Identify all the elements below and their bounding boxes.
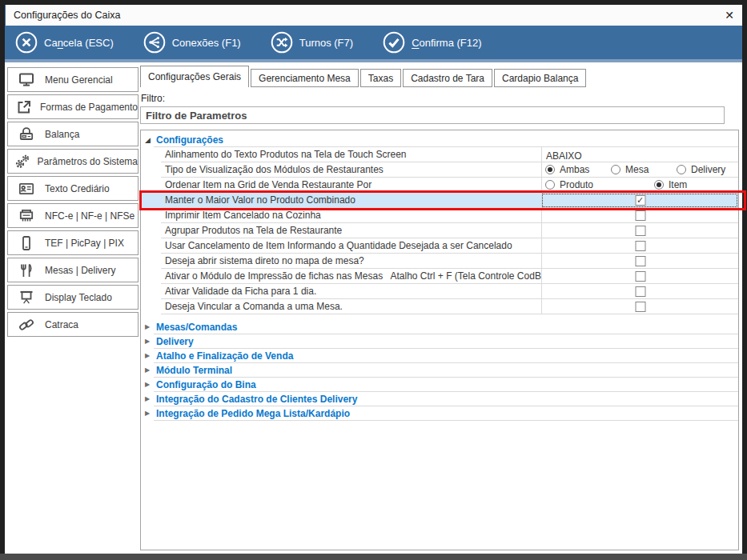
setting-label: Imprimir Item Cancelado na Cozinha	[141, 208, 541, 223]
radio-option-item[interactable]: Item	[654, 180, 687, 190]
checkbox[interactable]: ✓	[635, 256, 645, 266]
sidebar-item-label: Catraca	[45, 319, 78, 330]
sidebar-item-balanca[interactable]: Balança	[7, 122, 139, 146]
setting-label: Ativar Validade da Ficha para 1 dia.	[141, 284, 541, 299]
section-header-integracao-clientes-delivery[interactable]: ▶ Integração do Cadastro de Clientes Del…	[141, 392, 738, 406]
confirm-button[interactable]: Confirma (F12)	[382, 30, 481, 54]
connections-button[interactable]: Conexões (F1)	[143, 30, 241, 54]
sidebar-item-menu-gerencial[interactable]: Menu Gerencial	[7, 67, 139, 92]
setting-row-agrupar-produtos[interactable]: Agrupar Produtos na Tela de Restaurante …	[141, 223, 738, 238]
setting-label: Deseja Vincular a Comanda a uma Mesa.	[141, 299, 541, 314]
collapse-icon: ▶	[145, 367, 155, 374]
tab-cadastro-de-tara[interactable]: Cadastro de Tara	[403, 69, 492, 87]
setting-label: Ordenar Item na Grid de Venda Restaurant…	[141, 178, 541, 193]
sidebar-item-formas-de-pagamento[interactable]: Formas de Pagamento	[7, 94, 139, 119]
collapse-icon: ▶	[145, 338, 155, 345]
setting-row-ativar-validade-ficha[interactable]: Ativar Validade da Ficha para 1 dia. ✓	[141, 284, 738, 299]
cancel-button[interactable]: Cancela (ESC)	[14, 30, 114, 54]
setting-value-cell: ✓	[541, 238, 738, 254]
radio-label: Produto	[560, 180, 593, 190]
sidebar-item-texto-crediario[interactable]: Texto Crediário	[7, 176, 139, 201]
section-header-configuracao-bina[interactable]: ▶ Configuração do Bina	[141, 378, 738, 392]
receipt-printer-icon	[8, 206, 45, 226]
sidebar-item-parametros-do-sistema[interactable]: Parâmetros do Sistema	[7, 149, 139, 174]
checkbox[interactable]: ✓	[635, 226, 645, 236]
settings-grid: ◢ Configurações Alinhamento do Texto Pro…	[140, 130, 739, 550]
setting-label: Alinhamento do Texto Produtos na Tela de…	[141, 147, 541, 162]
radio-icon	[654, 180, 664, 190]
close-button[interactable]: ✕	[713, 9, 734, 22]
taskbar-strip	[0, 554, 747, 560]
radio-dot	[657, 182, 661, 187]
sidebar-item-display-teclado[interactable]: Display Teclado	[7, 285, 139, 310]
tab-taxas[interactable]: Taxas	[360, 69, 401, 87]
setting-row-vincular-comanda[interactable]: Deseja Vincular a Comanda a uma Mesa. ✓	[141, 299, 738, 314]
confirm-check-icon	[382, 30, 406, 54]
setting-value-cell: ✓	[541, 284, 738, 299]
cancel-icon	[14, 30, 38, 54]
section-title: Configuração do Bina	[156, 379, 256, 390]
section-header-configuracoes[interactable]: ◢ Configurações	[141, 133, 738, 147]
setting-value-cell: Ambas Mesa Delivery	[541, 162, 738, 178]
radio-option-mesa[interactable]: Mesa	[611, 165, 649, 174]
setting-row-tipo-visualizacao[interactable]: Tipo de Visualização dos Módulos de Rest…	[141, 162, 738, 178]
checkbox[interactable]: ✓	[635, 286, 645, 297]
radio-label: Item	[669, 180, 687, 190]
sidebar-item-catraca[interactable]: Catraca	[7, 312, 139, 337]
sidebar-item-tef-picpay-pix[interactable]: TEF | PicPay | PIX	[7, 230, 139, 255]
setting-row-imprimir-item-cancelado[interactable]: Imprimir Item Cancelado na Cozinha ✓	[141, 208, 738, 223]
checkbox[interactable]: ✓	[635, 302, 645, 312]
filter-input[interactable]	[140, 106, 725, 124]
setting-label: Tipo de Visualização dos Módulos de Rest…	[141, 162, 541, 178]
section-title: Atalho e Finalização de Venda	[156, 350, 293, 362]
section-header-atalho-finalizacao[interactable]: ▶ Atalho e Finalização de Venda	[141, 349, 738, 363]
toolbar: Cancela (ESC) Conexões (F1)	[5, 26, 742, 62]
sidebar-item-label: Mesas | Delivery	[45, 265, 115, 276]
tab-gerenciamento-mesa[interactable]: Gerenciamento Mesa	[251, 69, 359, 87]
radio-label: Ambas	[560, 165, 589, 174]
setting-value-cell[interactable]: ABAIXO	[541, 147, 738, 162]
monitor-icon	[8, 70, 45, 90]
checkbox[interactable]: ✓	[635, 210, 645, 221]
sidebar-item-nfce-nfe-nfse[interactable]: NFC-e | NF-e | NFSe	[7, 203, 139, 228]
tab-label: Configurações Gerais	[148, 71, 241, 82]
button-label: Conexões (F1)	[172, 37, 241, 49]
projection-screen-icon	[8, 288, 45, 307]
collapse-icon: ▶	[145, 396, 155, 402]
setting-row-alinhamento-texto[interactable]: Alinhamento do Texto Produtos na Tela de…	[141, 147, 738, 162]
checkbox[interactable]: ✓	[635, 241, 645, 251]
tab-strip: Configurações Gerais Gerenciamento Mesa …	[140, 66, 741, 87]
radio-dot	[548, 167, 552, 172]
tab-cardapio-balanca[interactable]: Cardapio Balança	[494, 69, 586, 87]
setting-row-usar-cancelamento[interactable]: Usar Cancelamento de Item Informando a Q…	[141, 238, 738, 254]
section-title: Integração do Cadastro de Clientes Deliv…	[156, 394, 357, 405]
radio-option-delivery[interactable]: Delivery	[677, 165, 725, 174]
section-header-mesas-comandas[interactable]: ▶ Mesas/Comandas	[141, 320, 738, 334]
utensils-icon	[8, 261, 45, 280]
setting-row-manter-maior-valor[interactable]: Manter o Maior Valor no Produto Combinad…	[141, 193, 738, 208]
button-label: Cancela (ESC)	[44, 37, 114, 49]
setting-label: Deseja abrir sistema direto no mapa de m…	[141, 254, 541, 269]
setting-row-ativar-impressao-fichas[interactable]: Ativar o Módulo de Impressão de fichas n…	[141, 269, 738, 284]
checkbox[interactable]: ✓	[635, 271, 645, 282]
tab-label: Cardapio Balança	[502, 73, 578, 84]
section-header-integracao-mega-lista[interactable]: ▶ Integração de Pedido Mega Lista/Kardáp…	[141, 406, 738, 421]
shifts-button[interactable]: Turnos (F7)	[270, 30, 353, 54]
radio-icon	[545, 180, 555, 190]
sidebar-item-mesas-delivery[interactable]: Mesas | Delivery	[7, 258, 139, 282]
label-part: n	[58, 37, 63, 49]
section-header-delivery[interactable]: ▶ Delivery	[141, 334, 738, 349]
setting-value: ABAIXO	[542, 150, 582, 162]
section-header-modulo-terminal[interactable]: ▶ Módulo Terminal	[141, 363, 738, 378]
label-part: onfirma (F12)	[420, 37, 482, 49]
setting-row-ordenar-item[interactable]: Ordenar Item na Grid de Venda Restaurant…	[141, 178, 738, 193]
checkbox[interactable]: ✓	[635, 195, 645, 206]
window-title: Configurações do Caixa	[14, 10, 713, 21]
radio-option-produto[interactable]: Produto	[545, 180, 593, 190]
setting-label: Manter o Maior Valor no Produto Combinad…	[141, 193, 541, 208]
shuffle-icon	[270, 30, 294, 54]
radio-option-ambas[interactable]: Ambas	[545, 165, 589, 174]
setting-row-abrir-mapa-mesa[interactable]: Deseja abrir sistema direto no mapa de m…	[141, 254, 738, 269]
section-title: Delivery	[156, 336, 194, 347]
tab-configuracoes-gerais[interactable]: Configurações Gerais	[140, 66, 249, 87]
